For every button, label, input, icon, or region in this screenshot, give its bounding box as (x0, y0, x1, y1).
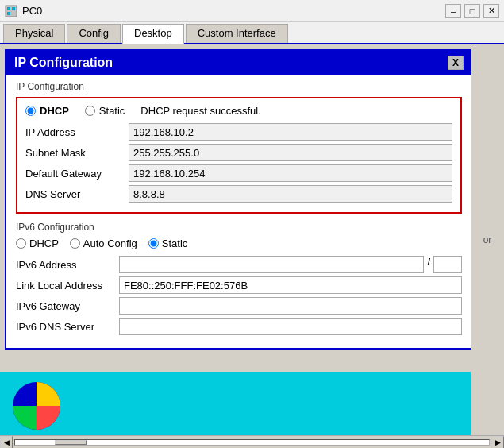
svg-rect-3 (7, 12, 10, 15)
tab-physical[interactable]: Physical (3, 24, 65, 43)
horizontal-scrollbar[interactable]: ◀ ▶ (0, 435, 504, 448)
ipv6-address-row: IPv6 Address / (16, 256, 462, 273)
ipv6-static-text: Static (162, 238, 188, 249)
static-radio-label[interactable]: Static (85, 105, 125, 117)
static-label: Static (99, 105, 125, 117)
ipv6-dhcp-label[interactable]: DHCP (16, 238, 59, 249)
tab-bar: Physical Config Desktop Custom Interface (0, 22, 504, 44)
link-local-label: Link Local Address (16, 280, 119, 292)
svg-rect-1 (7, 7, 10, 10)
ipv4-mode-row: DHCP Static DHCP request successful. (25, 105, 452, 117)
ipv4-section-title: IP Configuration (16, 81, 462, 92)
dns-server-row: DNS Server (25, 185, 452, 203)
svg-rect-2 (12, 7, 15, 10)
tab-desktop[interactable]: Desktop (122, 24, 184, 44)
ipv6-section: IPv6 Configuration DHCP Auto Config Stat… (16, 222, 462, 335)
ip-address-label: IP Address (25, 126, 129, 138)
ipv6-gateway-input-wrap (119, 297, 462, 315)
ipv6-prefix-input[interactable] (433, 256, 462, 273)
dns-server-label: DNS Server (25, 188, 129, 200)
right-sidebar: or (471, 44, 504, 435)
dialog-title-text: IP Configuration (14, 56, 113, 70)
ipv6-autoconfig-text: Auto Config (83, 238, 137, 249)
scroll-right-button[interactable]: ▶ (491, 436, 504, 449)
pie-chart-icon (6, 374, 70, 434)
dhcp-status: DHCP request successful. (140, 105, 261, 117)
dialog-body: IP Configuration DHCP Static DHCP reques… (6, 75, 471, 348)
link-local-input[interactable] (119, 276, 462, 294)
dhcp-label: DHCP (40, 105, 69, 117)
ipv6-address-input-wrap: / (119, 256, 462, 273)
ipv6-dhcp-text: DHCP (29, 238, 59, 249)
link-local-row: Link Local Address (16, 276, 462, 294)
minimize-button[interactable]: – (445, 4, 461, 18)
ipv6-dns-row: IPv6 DNS Server (16, 318, 462, 335)
scroll-left-button[interactable]: ◀ (0, 436, 13, 449)
ip-config-dialog: IP Configuration X IP Configuration DHCP… (5, 49, 473, 350)
title-bar: PC0 – □ ✕ (0, 0, 504, 22)
ip-address-input[interactable] (129, 123, 452, 141)
ipv6-dns-input-wrap (119, 318, 462, 335)
ipv6-dns-label: IPv6 DNS Server (16, 321, 119, 333)
ipv4-section: DHCP Static DHCP request successful. IP … (16, 97, 462, 214)
ipv6-autoconfig-label[interactable]: Auto Config (70, 238, 137, 249)
main-area: IP Configuration X IP Configuration DHCP… (0, 44, 504, 448)
tab-config[interactable]: Config (67, 24, 121, 43)
default-gateway-input[interactable] (129, 164, 452, 182)
window-controls: – □ ✕ (445, 4, 499, 18)
dialog-close-button[interactable]: X (448, 56, 464, 70)
sidebar-or-label: or (483, 234, 492, 245)
window-title: PC0 (22, 5, 445, 17)
ipv6-section-title: IPv6 Configuration (16, 222, 462, 233)
scrollbar-track[interactable] (14, 439, 490, 446)
dhcp-radio-label[interactable]: DHCP (25, 105, 69, 117)
ipv6-static-radio[interactable] (148, 238, 159, 249)
ipv6-dhcp-radio[interactable] (16, 238, 26, 249)
subnet-mask-row: Subnet Mask (25, 144, 452, 161)
tab-custom-interface[interactable]: Custom Interface (186, 24, 288, 43)
default-gateway-label: Default Gateway (25, 168, 129, 180)
dhcp-radio[interactable] (25, 106, 36, 116)
dns-server-input[interactable] (129, 185, 452, 203)
ipv6-address-label: IPv6 Address (16, 259, 119, 271)
maximize-button[interactable]: □ (464, 4, 480, 18)
ipv6-address-input[interactable] (119, 256, 424, 273)
ipv6-dns-input[interactable] (119, 318, 462, 335)
default-gateway-row: Default Gateway (25, 164, 452, 182)
window-icon (5, 5, 17, 17)
ipv6-static-label[interactable]: Static (148, 238, 188, 249)
ipv6-autoconfig-radio[interactable] (70, 238, 80, 249)
subnet-mask-input[interactable] (129, 144, 452, 161)
ipv6-mode-row: DHCP Auto Config Static (16, 238, 462, 249)
subnet-mask-label: Subnet Mask (25, 147, 129, 159)
scrollbar-thumb[interactable] (55, 440, 87, 445)
ipv6-gateway-input[interactable] (119, 297, 462, 315)
ipv6-gateway-row: IPv6 Gateway (16, 297, 462, 315)
slash-divider: / (425, 256, 432, 273)
link-local-input-wrap (119, 276, 462, 294)
bottom-teal-area (0, 372, 471, 435)
close-button[interactable]: ✕ (483, 4, 499, 18)
static-radio[interactable] (85, 106, 95, 116)
ipv6-gateway-label: IPv6 Gateway (16, 300, 119, 312)
ip-address-row: IP Address (25, 123, 452, 141)
dialog-title-bar: IP Configuration X (6, 51, 471, 75)
